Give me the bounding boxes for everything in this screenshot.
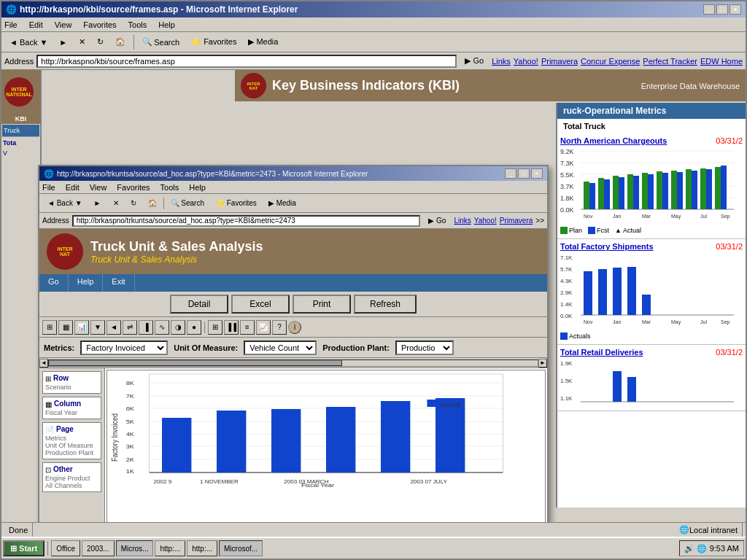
inner-primavera[interactable]: Primavera — [500, 217, 533, 225]
inner-menu-edit[interactable]: Edit — [66, 183, 80, 192]
outer-title-left: 🌐 http://brkaspno/kbi/source/frames.asp … — [6, 4, 298, 15]
taskbar-http2[interactable]: http:... — [187, 540, 217, 556]
icon-line-chart[interactable]: ∿ — [155, 320, 169, 335]
inner-minimize-button[interactable]: _ — [505, 168, 516, 179]
scroll-track[interactable] — [48, 359, 538, 367]
inner-title-controls[interactable]: _ □ × — [505, 168, 543, 179]
menu-tools[interactable]: Tools — [128, 20, 147, 29]
inner-refresh-button[interactable]: ↻ — [125, 197, 142, 209]
kbi-section-header-2: Total Factory Shipments 03/31/2 — [560, 242, 743, 251]
shipments-link[interactable]: Total Factory Shipments — [560, 242, 654, 251]
retail-link[interactable]: Total Retail Deliveries — [560, 348, 643, 357]
menu-favorites[interactable]: Favorites — [83, 20, 116, 29]
print-button[interactable]: Print — [293, 295, 351, 314]
svg-text:Jul: Jul — [700, 214, 707, 219]
uom-select[interactable]: Vehicle Count — [244, 341, 317, 355]
search-button[interactable]: 🔍 Search — [137, 35, 185, 49]
icon-chart[interactable]: 📊 — [74, 320, 89, 335]
scroll-left-btn[interactable]: ◄ — [39, 359, 48, 368]
icon-filter[interactable]: ▼ — [90, 320, 105, 335]
close-button[interactable]: × — [729, 4, 741, 15]
favorites-button[interactable]: ⭐ Favorites — [186, 35, 241, 49]
tus-nav-help[interactable]: Help — [69, 274, 104, 292]
taskbar-micros[interactable]: Micros... — [116, 540, 154, 556]
plant-select[interactable]: Productio — [395, 341, 454, 355]
address-input[interactable] — [36, 55, 457, 68]
taskbar-http1[interactable]: http:... — [155, 540, 185, 556]
start-button[interactable]: ⊞ Start — [3, 540, 44, 556]
menu-file[interactable]: File — [4, 20, 18, 29]
inner-back-button[interactable]: ◄ Back ▼ — [42, 197, 88, 209]
icon-expand[interactable]: ⊞ — [208, 320, 222, 335]
icon-grid[interactable]: ▦ — [58, 320, 73, 335]
icon-arrows[interactable]: ⇌ — [123, 320, 137, 335]
outer-title-controls[interactable]: _ □ × — [703, 4, 741, 15]
metrics-select[interactable]: Factory Invoiced — [80, 341, 168, 355]
taskbar-2003[interactable]: 2003... — [82, 540, 115, 556]
inner-yahoo[interactable]: Yahoo! — [474, 217, 497, 225]
icon-circle[interactable]: ● — [187, 320, 201, 335]
inner-home-button[interactable]: 🏠 — [143, 197, 162, 209]
inner-menu-tools[interactable]: Tools — [160, 183, 179, 192]
nav-v: V — [1, 148, 40, 158]
inner-links[interactable]: Links — [454, 217, 471, 225]
chart-table-area: Factory Invoiced 8K 7K 6K 5K 4K — [107, 370, 546, 522]
icon-columns[interactable]: ▐▐ — [224, 320, 239, 335]
icon-bar-chart[interactable]: ▐ — [139, 320, 153, 335]
inner-favorites-button[interactable]: ⭐ Favorites — [211, 197, 262, 209]
edw-home-link[interactable]: EDW Home — [700, 57, 743, 66]
menu-help[interactable]: Help — [158, 20, 175, 29]
inner-go-button[interactable]: ▶ Go — [423, 214, 451, 227]
inner-menu-help[interactable]: Help — [189, 183, 206, 192]
page-sub-metrics: Metrics — [45, 435, 98, 442]
nav-truck[interactable]: Truck — [2, 125, 39, 137]
go-button[interactable]: ▶ Go — [460, 54, 489, 68]
svg-rect-61 — [627, 377, 636, 402]
icon-logo[interactable]: i — [288, 321, 301, 334]
tus-nav-go[interactable]: Go — [39, 274, 69, 292]
minimize-button[interactable]: _ — [703, 4, 715, 15]
svg-rect-17 — [657, 171, 662, 209]
icon-table[interactable]: ⊞ — [42, 320, 57, 335]
refresh-button-tus[interactable]: Refresh — [354, 295, 417, 314]
svg-rect-83 — [326, 407, 355, 472]
svg-rect-49 — [642, 295, 651, 315]
inner-media-button[interactable]: ▶ Media — [263, 197, 301, 209]
inner-menu-file[interactable]: File — [42, 183, 55, 192]
stop-button[interactable]: ✕ — [74, 35, 90, 49]
icon-chart2[interactable]: 📈 — [256, 320, 271, 335]
inner-address-input[interactable] — [72, 215, 421, 227]
inner-search-button[interactable]: 🔍 Search — [166, 197, 209, 209]
taskbar-office[interactable]: Office — [51, 540, 80, 556]
icon-info[interactable]: ? — [272, 320, 287, 335]
icon-arrow-left[interactable]: ◄ — [107, 320, 121, 335]
primavera-link[interactable]: Primavera — [541, 57, 578, 66]
scroll-right-btn[interactable]: ► — [538, 359, 547, 368]
inner-close-button[interactable]: × — [531, 168, 543, 179]
yahoo-link[interactable]: Yahoo! — [514, 57, 538, 66]
maximize-button[interactable]: □ — [716, 4, 728, 15]
links-button[interactable]: Links — [492, 57, 511, 66]
detail-button[interactable]: Detail — [170, 295, 228, 314]
inner-menu-favorites[interactable]: Favorites — [117, 183, 150, 192]
home-button[interactable]: 🏠 — [110, 35, 131, 49]
inner-maximize-button[interactable]: □ — [518, 168, 530, 179]
menu-edit[interactable]: Edit — [29, 20, 43, 29]
concur-link[interactable]: Concur Expense — [581, 57, 640, 66]
inner-menu-view[interactable]: View — [90, 183, 107, 192]
forward-button[interactable]: ► — [54, 36, 72, 49]
menu-view[interactable]: View — [55, 20, 72, 29]
inner-stop-button[interactable]: ✕ — [108, 197, 124, 209]
perfect-tracker-link[interactable]: Perfect Tracker — [643, 57, 697, 66]
media-button[interactable]: ▶ Media — [243, 35, 283, 49]
refresh-button[interactable]: ↻ — [92, 35, 109, 49]
chargeouts-link[interactable]: North American Chargeouts — [560, 136, 667, 145]
excel-button[interactable]: Excel — [231, 295, 290, 314]
icon-pie[interactable]: ◑ — [171, 320, 185, 335]
inner-forward-button[interactable]: ► — [89, 197, 107, 209]
tus-nav-exit[interactable]: Exit — [103, 274, 134, 292]
icon-rows[interactable]: ≡ — [240, 320, 255, 335]
svg-rect-23 — [604, 179, 610, 209]
taskbar-microsof[interactable]: Microsof... — [219, 540, 263, 556]
back-button[interactable]: ◄ Back ▼ — [4, 36, 53, 49]
